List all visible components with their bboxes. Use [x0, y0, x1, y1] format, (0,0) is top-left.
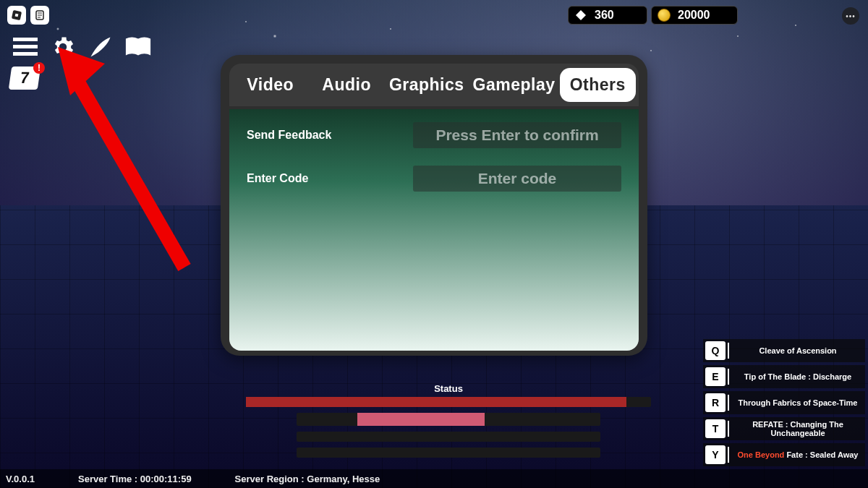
ability-y[interactable]: Y One Beyond Fate : Sealed Away — [703, 443, 865, 466]
settings-tabs: Video Audio Graphics Gameplay Others — [229, 64, 639, 106]
svg-rect-6 — [13, 38, 38, 41]
status-hud: Status — [246, 383, 651, 463]
svg-rect-7 — [13, 45, 38, 48]
send-feedback-label: Send Feedback — [247, 129, 391, 142]
ability-label: One Beyond Fate : Sealed Away — [733, 450, 865, 459]
ability-t[interactable]: T REFATE : Changing The Unchangeable — [703, 417, 865, 440]
roblox-logo-chip[interactable] — [7, 6, 26, 25]
book-icon[interactable] — [124, 33, 152, 61]
server-region: Server Region : Germany, Hesse — [235, 474, 380, 484]
gem-amount: 360 — [595, 9, 614, 22]
roblox-notes-chip[interactable] — [30, 6, 49, 25]
tertiary-bar-1 — [297, 432, 600, 442]
gold-amount: 20000 — [678, 9, 710, 22]
svg-rect-1 — [15, 14, 19, 17]
secondary-bar — [297, 413, 600, 426]
ability-label: Tip of The Blade : Discharge — [733, 372, 865, 381]
ability-label: Through Fabrics of Space-Time — [733, 398, 865, 407]
server-time: Server Time : 00:00:11:59 — [78, 474, 192, 484]
gold-currency[interactable]: 20000 — [651, 6, 738, 25]
tab-audio[interactable]: Audio — [308, 68, 384, 102]
keybind: E — [705, 367, 726, 386]
version-text: V.0.0.1 — [6, 474, 35, 484]
settings-panel: Video Audio Graphics Gameplay Others Sen… — [221, 55, 647, 356]
ability-label: REFATE : Changing The Unchangeable — [733, 420, 865, 437]
hp-bar — [246, 397, 651, 407]
enter-code-label: Enter Code — [247, 172, 391, 185]
gem-icon — [574, 9, 587, 22]
daily-reward-icon[interactable]: 7 ! — [9, 67, 41, 90]
ability-q[interactable]: Q Cleave of Ascension — [703, 339, 865, 362]
svg-rect-8 — [13, 52, 38, 56]
tab-gameplay[interactable]: Gameplay — [469, 68, 560, 102]
tab-others[interactable]: Others — [560, 68, 636, 102]
calendar-day-number: 7 — [19, 69, 30, 87]
ability-e[interactable]: E Tip of The Blade : Discharge — [703, 365, 865, 388]
tertiary-bar-2 — [297, 448, 600, 458]
tab-graphics[interactable]: Graphics — [385, 68, 469, 102]
settings-gear-icon[interactable] — [49, 33, 77, 61]
info-strip: V.0.0.1 Server Time : 00:00:11:59 Server… — [0, 469, 868, 488]
send-feedback-input[interactable]: Press Enter to confirm — [413, 122, 621, 148]
status-label: Status — [246, 383, 651, 394]
ability-label: Cleave of Ascension — [733, 346, 865, 355]
enter-code-input[interactable]: Enter code — [413, 166, 621, 192]
coin-icon — [658, 9, 671, 22]
keybind: R — [705, 393, 726, 412]
ability-list: Q Cleave of Ascension E Tip of The Blade… — [703, 339, 865, 466]
keybind: Q — [705, 341, 726, 360]
quill-icon[interactable] — [87, 33, 114, 61]
keybind: T — [705, 419, 726, 438]
ability-r[interactable]: R Through Fabrics of Space-Time — [703, 391, 865, 414]
menu-icon[interactable] — [12, 33, 39, 61]
tab-video[interactable]: Video — [232, 68, 308, 102]
alert-badge: ! — [33, 62, 45, 74]
settings-body: Send Feedback Press Enter to confirm Ent… — [229, 109, 639, 351]
keybind: Y — [705, 445, 726, 464]
more-menu-icon[interactable]: ••• — [842, 7, 859, 25]
gem-currency[interactable]: 360 — [568, 6, 647, 25]
